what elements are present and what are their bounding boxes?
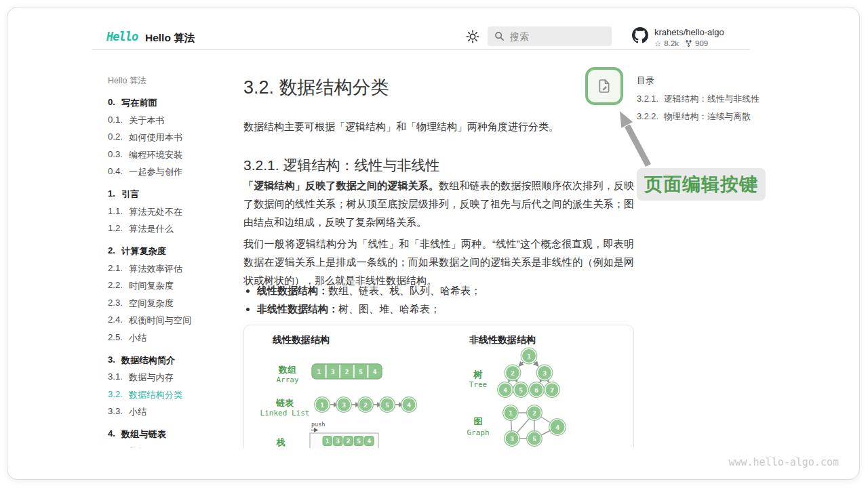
star-count: 8.2k [664, 39, 679, 47]
svg-text:1: 1 [509, 409, 513, 417]
list-item: 非线性数据结构：树、图、堆、哈希表； [257, 300, 481, 318]
sidebar-nav: Hello 算法 0.写在前面0.1.关于本书0.2.如何使用本书0.3.编程环… [108, 75, 240, 448]
svg-text:5: 5 [359, 368, 363, 375]
svg-text:1: 1 [317, 368, 321, 375]
sidebar-item[interactable]: 2.5.小结 [108, 332, 240, 344]
page-viewport: Hello Hello 算法 krahets/hello-algo [7, 7, 859, 448]
svg-text:Linked List: Linked List [260, 409, 310, 418]
svg-text:2: 2 [345, 368, 349, 375]
svg-text:链表: 链表 [275, 398, 294, 408]
svg-text:5: 5 [532, 435, 536, 443]
svg-text:1: 1 [320, 401, 324, 409]
svg-text:3: 3 [510, 435, 514, 443]
toc-items: 3.2.1.逻辑结构：线性与非线性3.2.2.物理结构：连续与离散 [637, 94, 760, 123]
theme-toggle-sun-icon[interactable] [465, 29, 480, 44]
toc-nav: 目录 3.2.1.逻辑结构：线性与非线性3.2.2.物理结构：连续与离散 [637, 75, 760, 123]
svg-text:1: 1 [326, 437, 330, 445]
sidebar-item[interactable]: 3.3.小结 [108, 406, 240, 418]
page-title: 3.2. 数据结构分类 [243, 75, 389, 100]
header-divider [92, 49, 750, 50]
sidebar-item[interactable]: 0.4.一起参与创作 [108, 166, 240, 178]
svg-text:4: 4 [407, 401, 411, 409]
toc-item[interactable]: 3.2.1.逻辑结构：线性与非线性 [637, 94, 760, 105]
svg-text:线性数据结构: 线性数据结构 [272, 334, 330, 345]
fork-count: 909 [695, 39, 708, 47]
sidebar-item[interactable]: 2.计算复杂度 [108, 245, 240, 258]
sidebar-item[interactable]: 4.1.数组（Array） [108, 446, 240, 449]
svg-text:4: 4 [503, 386, 507, 394]
paragraph-lead-bold: 「逻辑结构」反映了数据之间的逻辑关系。 [243, 180, 439, 191]
svg-text:图: 图 [474, 416, 483, 426]
sidebar-items: 0.写在前面0.1.关于本书0.2.如何使用本书0.3.编程环境安装0.4.一起… [108, 97, 240, 448]
sidebar-item[interactable]: 3.1.数据与内存 [108, 371, 240, 384]
svg-text:5: 5 [519, 386, 523, 394]
github-repo-name: krahets/hello-algo [654, 27, 724, 37]
svg-text:3: 3 [542, 369, 547, 377]
watermark: www.hello-algo.com [728, 456, 839, 468]
sidebar-item[interactable]: 2.1.算法效率评估 [108, 263, 240, 275]
sidebar-item[interactable]: 1.1.算法无处不在 [108, 206, 240, 218]
search-icon [494, 31, 505, 41]
svg-text:栈: 栈 [276, 437, 285, 447]
svg-text:7: 7 [550, 386, 554, 394]
section-heading: 3.2.1. 逻辑结构：线性与非线性 [243, 156, 439, 175]
sidebar-item[interactable]: 3.数据结构简介 [108, 354, 240, 367]
sidebar-item[interactable]: 1.2.算法是什么 [108, 223, 240, 235]
page-edit-button[interactable] [585, 67, 623, 105]
svg-text:Tree: Tree [469, 380, 488, 389]
svg-text:4: 4 [555, 424, 559, 431]
toc-title: 目录 [637, 75, 760, 87]
svg-text:3: 3 [331, 368, 335, 375]
svg-text:2: 2 [363, 401, 368, 409]
svg-text:5: 5 [357, 437, 361, 445]
svg-text:3: 3 [336, 437, 340, 445]
svg-text:3: 3 [342, 401, 346, 409]
sidebar-item[interactable]: 2.2.时间复杂度 [108, 280, 240, 292]
sidebar-item[interactable]: 0.3.编程环境安装 [108, 149, 240, 161]
structure-bullet-list: 线性数据结构：数组、链表、栈、队列、哈希表； 非线性数据结构：树、图、堆、哈希表… [257, 281, 481, 318]
site-logo[interactable]: Hello [106, 30, 138, 43]
sidebar-item[interactable]: 2.3.空间复杂度 [108, 298, 240, 310]
sidebar-item[interactable]: 0.1.关于本书 [108, 115, 240, 127]
paragraph-logical-structure: 「逻辑结构」反映了数据之间的逻辑关系。数组和链表的数据按照顺序依次排列，反映了数… [243, 176, 634, 231]
list-item: 线性数据结构：数组、链表、栈、队列、哈希表； [257, 281, 481, 300]
svg-text:2: 2 [511, 369, 515, 377]
annotation-label: 页面编辑按键 [637, 168, 766, 201]
search-input[interactable] [510, 31, 598, 42]
sidebar-item[interactable]: 4.数组与链表 [108, 428, 240, 441]
svg-text:5: 5 [385, 401, 389, 409]
sidebar-item-active[interactable]: 3.2.数据结构分类 [108, 389, 240, 401]
svg-text:Array: Array [276, 375, 298, 384]
svg-text:2: 2 [347, 437, 351, 445]
sidebar-item[interactable]: 2.4.权衡时间与空间 [108, 314, 240, 327]
github-repo-link[interactable]: krahets/hello-algo ☆ 8.2k 909 [632, 27, 724, 48]
svg-text:4: 4 [373, 368, 377, 375]
sidebar-site-label: Hello 算法 [108, 75, 240, 87]
search-box[interactable] [488, 26, 612, 46]
svg-text:4: 4 [368, 437, 372, 445]
screenshot-frame: Hello Hello 算法 krahets/hello-algo [7, 7, 860, 480]
svg-text:6: 6 [534, 386, 538, 394]
svg-text:非线性数据结构: 非线性数据结构 [469, 334, 536, 345]
sidebar-item[interactable]: 0.写在前面 [108, 97, 240, 109]
svg-text:2: 2 [532, 409, 536, 417]
svg-text:1: 1 [527, 352, 531, 360]
sidebar-item[interactable]: 1.引言 [108, 188, 240, 201]
site-title[interactable]: Hello 算法 [145, 31, 195, 45]
intro-paragraph: 数据结构主要可根据「逻辑结构」和「物理结构」两种角度进行分类。 [243, 121, 633, 134]
star-icon: ☆ [654, 39, 661, 48]
toc-item[interactable]: 3.2.2.物理结构：连续与离散 [637, 111, 760, 123]
github-repo-stats: ☆ 8.2k 909 [654, 39, 724, 48]
svg-text:数组: 数组 [278, 365, 296, 375]
svg-text:Graph: Graph [467, 428, 489, 437]
file-edit-icon [596, 78, 612, 94]
sidebar-item[interactable]: 0.2.如何使用本书 [108, 131, 240, 144]
github-icon [632, 27, 648, 43]
data-structures-figure: 线性数据结构 非线性数据结构 数组 Array 1 3 2 5 4 链表 Lin… [243, 325, 634, 448]
svg-text:push: push [311, 421, 325, 428]
svg-text:树: 树 [473, 369, 483, 380]
fork-icon [685, 39, 692, 47]
